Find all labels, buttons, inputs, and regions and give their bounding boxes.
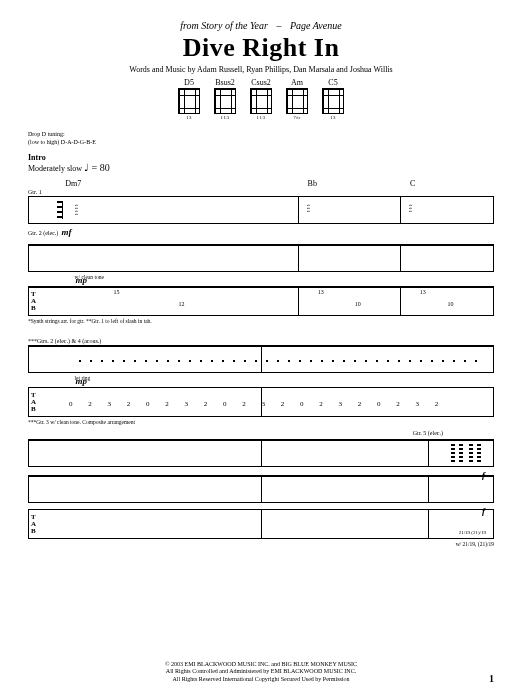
chord-name: Bsus2 (215, 78, 235, 87)
copyright-line: All Rights Reserved International Copyri… (28, 676, 494, 684)
system-footnote: ***Gtr. 3 w/ clean tone. Composite arran… (28, 419, 494, 425)
notation-staff: mp (28, 345, 494, 373)
song-title: Dive Right In (28, 33, 494, 63)
tab-number: 15 (113, 289, 121, 295)
tuning-info: Drop D tuning: (low to high) D-A-D-G-B-E (28, 130, 494, 147)
dynamic-marking: mp (75, 275, 87, 285)
chord-name: C5 (328, 78, 337, 87)
source-dash: – (276, 20, 281, 31)
notation-staff: mp (28, 244, 494, 272)
tab-number: 12 (177, 301, 185, 307)
copyright-line: © 2003 EMI BLACKWOOD MUSIC INC. and BIG … (28, 661, 494, 669)
chord-diagram: Csus2 113 (250, 78, 272, 120)
tab-label: TAB (31, 392, 36, 413)
dynamic-marking: mp (75, 376, 87, 386)
source-album: Page Avenue (290, 20, 342, 31)
chord-grid (214, 88, 236, 114)
copyright-footer: © 2003 EMI BLACKWOOD MUSIC INC. and BIG … (28, 661, 494, 684)
tab-number: 10 (447, 301, 455, 307)
chord-diagram: D5 13 (178, 78, 200, 120)
notation-system-2: ***Gtrs. 2 (elec.) & 4 (acous.) mp let r… (28, 338, 494, 425)
tab-run: 0 2 3 2 0 2 3 2 0 2 3 2 0 2 3 2 0 2 3 2 … (69, 400, 453, 408)
tab-staff: TAB 0 2 3 2 0 2 3 2 0 2 3 2 0 2 3 2 0 2 … (28, 387, 494, 417)
chord-grid (286, 88, 308, 114)
chord-fingering: 113 (221, 115, 230, 120)
chord-name: D5 (184, 78, 194, 87)
note-run (79, 356, 483, 366)
source-prefix: from (180, 20, 199, 31)
section-label: Intro (28, 153, 46, 162)
chord-name: Am (291, 78, 303, 87)
tuning-detail: (low to high) D-A-D-G-B-E (28, 138, 494, 146)
tab-number: 10 (354, 301, 362, 307)
tab-number: 13 (317, 289, 325, 295)
credits-line: Words and Music by Adam Russell, Ryan Ph… (28, 65, 494, 74)
notation-system-1: Dm7 Bb C Gtr. 1 𝅝𝅝𝅝𝅝 𝅝𝅝𝅝 𝅝𝅝𝅝 mf Gtr. 2 (… (28, 179, 494, 324)
chord-name: Csus2 (251, 78, 271, 87)
chord-diagram: C5 13 (322, 78, 344, 120)
chord-symbol: Bb (308, 179, 317, 188)
tab-staff: TAB 21/19 (21)/19 (28, 509, 494, 539)
notation-staff: 𝅝𝅝𝅝𝅝 𝅝𝅝𝅝 𝅝𝅝𝅝 mf (28, 196, 494, 224)
tab-label: TAB (31, 514, 36, 535)
tab-fragment: 21/19 (21)/19 (458, 530, 487, 535)
source-artist: Story of the Year (201, 20, 268, 31)
chord-diagram: Am 7fr (286, 78, 308, 120)
chord-diagram-row: D5 13 Bsus2 113 Csus2 113 Am 7fr C5 13 (28, 78, 494, 120)
notation-staff: f (28, 475, 494, 503)
page-number: 1 (489, 673, 494, 684)
notation-staff: Gtr. 5 (elec.) f (28, 439, 494, 467)
ending-fragment (445, 444, 485, 462)
chord-fingering: 7fr (293, 115, 300, 120)
tab-number: 13 (419, 289, 427, 295)
chord-fingering: 13 (330, 115, 336, 120)
notation-system-3: Gtr. 5 (elec.) f f TAB 21/19 (21)/19 w/ … (28, 439, 494, 547)
system-footnote: *Synth strings arr. for gtr. **Gtr. 1 to… (28, 318, 494, 324)
guitar-label: Gtr. 5 (elec.) (413, 430, 443, 436)
dynamic-marking: mf (61, 227, 71, 237)
copyright-line: All Rights Controlled and Administered b… (28, 668, 494, 676)
tone-note: w/ clean tone (75, 274, 494, 280)
source-line: from Story of the Year – Page Avenue (28, 20, 494, 31)
chord-grid (322, 88, 344, 114)
chord-labels-row: Dm7 Bb C (28, 179, 494, 189)
chord-grid (178, 88, 200, 114)
guitar-label: ***Gtrs. 2 (elec.) & 4 (acous.) (28, 338, 494, 344)
guitar-label: Gtr. 1 (28, 189, 494, 195)
chord-grid (250, 88, 272, 114)
chord-symbol: Dm7 (65, 179, 81, 188)
tempo-marking: ♩ = 80 (84, 162, 110, 173)
system-footnote: w/ 21/19, (21)/19 (28, 541, 494, 547)
chord-symbol: C (410, 179, 415, 188)
tempo-line: Intro Moderately slow ♩ = 80 (28, 153, 494, 173)
chord-fingering: 113 (257, 115, 266, 120)
chord-fingering: 13 (186, 115, 192, 120)
guitar-label: Gtr. 2 (elec.) (28, 230, 494, 236)
tab-staff: TAB 15 12 13 10 13 10 (28, 286, 494, 316)
tempo-label: Moderately slow (28, 164, 82, 173)
tuning-label: Drop D tuning: (28, 130, 494, 138)
let-ring: let ring (75, 375, 494, 381)
chord-diagram: Bsus2 113 (214, 78, 236, 120)
tab-label: TAB (31, 291, 36, 312)
